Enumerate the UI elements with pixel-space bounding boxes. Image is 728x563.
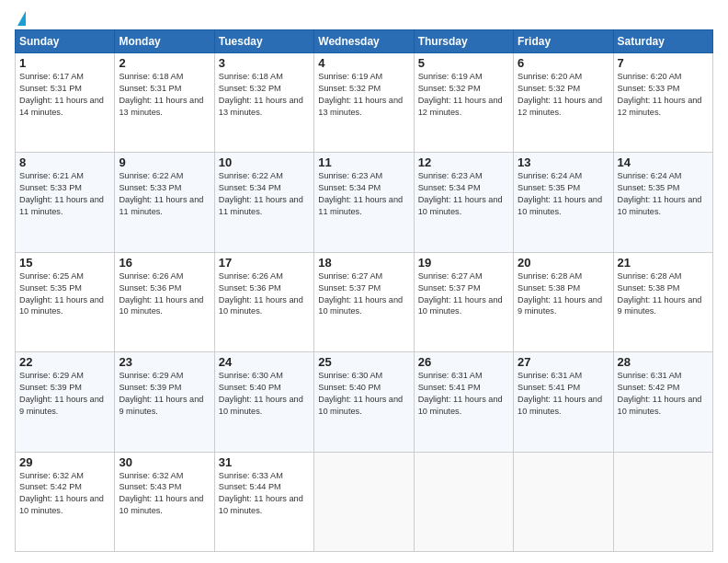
day-info: Sunrise: 6:24 AM Sunset: 5:35 PM Dayligh… [518,170,609,218]
sunset-label: Sunset: 5:34 PM [219,183,281,192]
sunset-label: Sunset: 5:40 PM [318,383,381,392]
table-row: 31 Sunrise: 6:33 AM Sunset: 5:44 PM Dayl… [214,452,313,551]
sunset-label: Sunset: 5:41 PM [518,383,580,392]
daylight-label: Daylight: 11 hours and 12 minutes. [518,96,602,117]
sunrise-label: Sunrise: 6:32 AM [119,471,183,480]
day-info: Sunrise: 6:31 AM Sunset: 5:42 PM Dayligh… [618,370,709,418]
day-info: Sunrise: 6:18 AM Sunset: 5:31 PM Dayligh… [119,71,210,119]
day-info: Sunrise: 6:23 AM Sunset: 5:34 PM Dayligh… [318,170,409,218]
logo-triangle-icon [17,11,26,26]
col-thursday: Thursday [414,30,513,53]
table-row: 18 Sunrise: 6:27 AM Sunset: 5:37 PM Dayl… [314,252,414,351]
day-info: Sunrise: 6:33 AM Sunset: 5:44 PM Dayligh… [219,470,310,518]
sunset-label: Sunset: 5:33 PM [119,183,181,192]
daylight-label: Daylight: 11 hours and 10 minutes. [318,395,403,416]
col-wednesday: Wednesday [314,30,414,53]
day-info: Sunrise: 6:29 AM Sunset: 5:39 PM Dayligh… [19,370,110,418]
table-row: 26 Sunrise: 6:31 AM Sunset: 5:41 PM Dayl… [414,352,513,452]
day-number: 29 [19,455,110,469]
day-number: 13 [518,155,609,169]
table-row: 4 Sunrise: 6:19 AM Sunset: 5:32 PM Dayli… [314,53,414,153]
sunrise-label: Sunrise: 6:29 AM [119,371,183,380]
table-row [613,452,712,551]
table-row: 1 Sunrise: 6:17 AM Sunset: 5:31 PM Dayli… [16,53,115,153]
daylight-label: Daylight: 11 hours and 10 minutes. [418,195,503,216]
day-number: 16 [119,256,210,270]
table-row: 23 Sunrise: 6:29 AM Sunset: 5:39 PM Dayl… [115,352,214,452]
day-number: 3 [219,56,310,70]
sunset-label: Sunset: 5:33 PM [19,183,82,192]
daylight-label: Daylight: 11 hours and 10 minutes. [618,195,702,216]
table-row: 2 Sunrise: 6:18 AM Sunset: 5:31 PM Dayli… [115,53,214,153]
sunset-label: Sunset: 5:37 PM [318,283,381,293]
day-number: 18 [318,256,409,270]
day-info: Sunrise: 6:27 AM Sunset: 5:37 PM Dayligh… [318,270,409,318]
daylight-label: Daylight: 11 hours and 10 minutes. [518,395,602,416]
day-info: Sunrise: 6:17 AM Sunset: 5:31 PM Dayligh… [19,71,110,119]
sunrise-label: Sunrise: 6:23 AM [318,171,382,180]
day-info: Sunrise: 6:20 AM Sunset: 5:32 PM Dayligh… [518,71,609,119]
day-info: Sunrise: 6:25 AM Sunset: 5:35 PM Dayligh… [19,270,110,318]
sunset-label: Sunset: 5:33 PM [618,84,680,93]
table-row: 16 Sunrise: 6:26 AM Sunset: 5:36 PM Dayl… [115,252,214,351]
table-row: 6 Sunrise: 6:20 AM Sunset: 5:32 PM Dayli… [514,53,613,153]
logo [15,11,26,22]
sunrise-label: Sunrise: 6:20 AM [518,72,582,81]
calendar-week-row: 8 Sunrise: 6:21 AM Sunset: 5:33 PM Dayli… [16,153,713,252]
table-row: 9 Sunrise: 6:22 AM Sunset: 5:33 PM Dayli… [115,153,214,252]
daylight-label: Daylight: 11 hours and 14 minutes. [19,96,104,117]
daylight-label: Daylight: 11 hours and 10 minutes. [219,295,303,316]
sunset-label: Sunset: 5:34 PM [418,183,481,192]
day-info: Sunrise: 6:31 AM Sunset: 5:41 PM Dayligh… [518,370,609,418]
sunset-label: Sunset: 5:37 PM [418,283,481,293]
sunrise-label: Sunrise: 6:21 AM [19,171,84,180]
daylight-label: Daylight: 11 hours and 10 minutes. [119,295,203,316]
table-row [314,452,414,551]
daylight-label: Daylight: 11 hours and 11 minutes. [119,195,203,216]
day-number: 21 [618,256,709,270]
day-number: 23 [119,355,210,369]
col-tuesday: Tuesday [214,30,313,53]
daylight-label: Daylight: 11 hours and 9 minutes. [19,395,104,416]
sunset-label: Sunset: 5:32 PM [518,84,580,93]
sunset-label: Sunset: 5:40 PM [219,383,281,392]
day-number: 14 [618,155,709,169]
daylight-label: Daylight: 11 hours and 10 minutes. [19,494,104,515]
table-row: 10 Sunrise: 6:22 AM Sunset: 5:34 PM Dayl… [214,153,313,252]
col-saturday: Saturday [613,30,712,53]
daylight-label: Daylight: 11 hours and 9 minutes. [618,295,702,316]
daylight-label: Daylight: 11 hours and 10 minutes. [119,494,203,515]
day-info: Sunrise: 6:23 AM Sunset: 5:34 PM Dayligh… [418,170,509,218]
day-info: Sunrise: 6:28 AM Sunset: 5:38 PM Dayligh… [518,270,609,318]
calendar-week-row: 22 Sunrise: 6:29 AM Sunset: 5:39 PM Dayl… [16,352,713,452]
sunrise-label: Sunrise: 6:31 AM [618,371,682,380]
sunrise-label: Sunrise: 6:28 AM [518,271,582,281]
daylight-label: Daylight: 11 hours and 11 minutes. [318,195,403,216]
sunrise-label: Sunrise: 6:28 AM [618,271,682,281]
daylight-label: Daylight: 11 hours and 13 minutes. [318,96,403,117]
sunrise-label: Sunrise: 6:24 AM [518,171,582,180]
sunrise-label: Sunrise: 6:23 AM [418,171,483,180]
table-row: 11 Sunrise: 6:23 AM Sunset: 5:34 PM Dayl… [314,153,414,252]
table-row: 21 Sunrise: 6:28 AM Sunset: 5:38 PM Dayl… [613,252,712,351]
daylight-label: Daylight: 11 hours and 10 minutes. [219,494,303,515]
sunrise-label: Sunrise: 6:27 AM [418,271,483,281]
calendar-week-row: 1 Sunrise: 6:17 AM Sunset: 5:31 PM Dayli… [16,53,713,153]
sunrise-label: Sunrise: 6:18 AM [119,72,183,81]
calendar-week-row: 29 Sunrise: 6:32 AM Sunset: 5:42 PM Dayl… [16,452,713,551]
sunrise-label: Sunrise: 6:31 AM [418,371,483,380]
daylight-label: Daylight: 11 hours and 10 minutes. [618,395,702,416]
sunrise-label: Sunrise: 6:18 AM [219,72,283,81]
daylight-label: Daylight: 11 hours and 10 minutes. [219,395,303,416]
day-info: Sunrise: 6:30 AM Sunset: 5:40 PM Dayligh… [219,370,310,418]
day-number: 12 [418,155,509,169]
sunset-label: Sunset: 5:32 PM [318,84,381,93]
sunrise-label: Sunrise: 6:30 AM [318,371,382,380]
sunset-label: Sunset: 5:35 PM [19,283,82,293]
day-number: 7 [618,56,709,70]
daylight-label: Daylight: 11 hours and 9 minutes. [119,395,203,416]
day-info: Sunrise: 6:29 AM Sunset: 5:39 PM Dayligh… [119,370,210,418]
day-info: Sunrise: 6:27 AM Sunset: 5:37 PM Dayligh… [418,270,509,318]
day-number: 19 [418,256,509,270]
daylight-label: Daylight: 11 hours and 10 minutes. [418,295,503,316]
